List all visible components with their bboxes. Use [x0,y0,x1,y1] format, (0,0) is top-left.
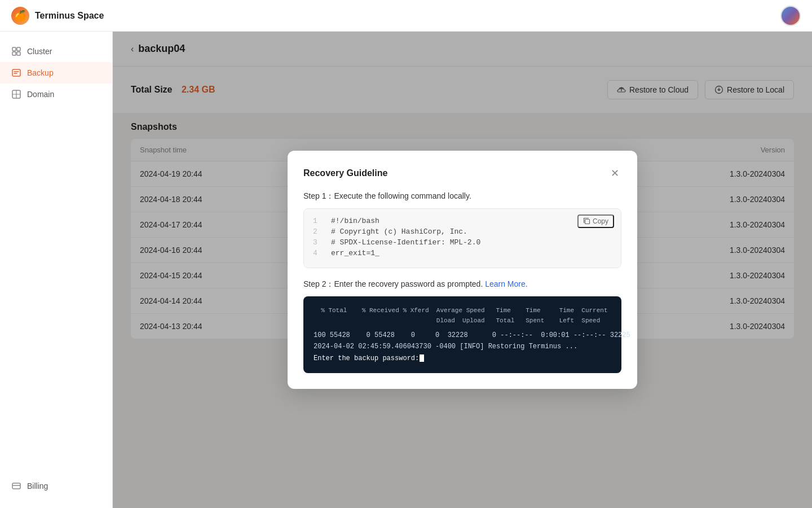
sidebar-item-billing[interactable]: Billing [0,475,113,497]
topbar-left: 🍊 Terminus Space [11,7,104,25]
terminal-line: 100 55428 0 55428 0 0 32228 0 --:--:-- 0… [314,330,611,341]
modal-title: Recovery Guideline [303,168,387,178]
copy-button[interactable]: Copy [577,214,614,228]
content-area: ‹ backup04 Total Size 2.34 GB Restore to… [113,32,812,508]
cursor [420,354,424,362]
code-line: 3# SPDX-License-Identifier: MPL-2.0 [313,238,612,247]
recovery-guideline-modal: Recovery Guideline ✕ Step 1：Execute the … [288,151,637,389]
billing-icon [11,481,21,491]
sidebar-item-cluster[interactable]: Cluster [0,41,112,62]
code-line: 4err_exit=1_ [313,249,612,257]
backup-icon [11,68,21,78]
app-name: Terminus Space [35,11,104,21]
svg-rect-1 [17,47,20,51]
sidebar-item-domain-label: Domain [27,90,54,99]
svg-rect-4 [12,69,20,76]
app-logo: 🍊 [11,7,29,25]
sidebar: Cluster Backup Domain [0,32,113,508]
step2-label: Step 2：Enter the recovery password as pr… [303,279,621,290]
domain-icon [11,89,21,99]
code-line: 1#!/bin/bash [313,217,612,225]
terminal-line: 2024-04-02 02:45:59.406043730 -0400 [INF… [314,341,611,352]
step1-label: Step 1：Execute the following command loc… [303,191,621,202]
copy-label: Copy [593,217,608,225]
sidebar-item-backup[interactable]: Backup [0,62,112,84]
modal-overlay: Recovery Guideline ✕ Step 1：Execute the … [113,32,812,508]
user-avatar[interactable] [780,6,801,26]
terminal-block: % Total % Received % Xferd Average Speed… [303,296,621,374]
svg-rect-3 [17,52,20,55]
sidebar-item-domain[interactable]: Domain [0,84,112,105]
modal-header: Recovery Guideline ✕ [303,167,621,180]
sidebar-item-backup-label: Backup [27,68,54,77]
learn-more-link[interactable]: Learn More. [485,279,527,288]
main-layout: Cluster Backup Domain [0,32,812,508]
modal-close-button[interactable]: ✕ [608,167,621,180]
topbar: 🍊 Terminus Space [0,0,812,32]
grid-icon [11,46,21,56]
svg-rect-8 [585,220,589,224]
sidebar-item-cluster-label: Cluster [27,47,52,56]
code-block: 1#!/bin/bash2# Copyright (c) HashiCorp, … [303,208,621,268]
terminal-header: % Total % Received % Xferd Average Speed… [314,305,611,326]
svg-rect-6 [12,483,20,489]
terminal-line: Enter the backup password: [314,353,611,364]
code-line: 2# Copyright (c) HashiCorp, Inc. [313,227,612,236]
svg-rect-2 [12,52,16,55]
sidebar-item-billing-label: Billing [27,481,48,491]
svg-rect-0 [12,47,16,51]
